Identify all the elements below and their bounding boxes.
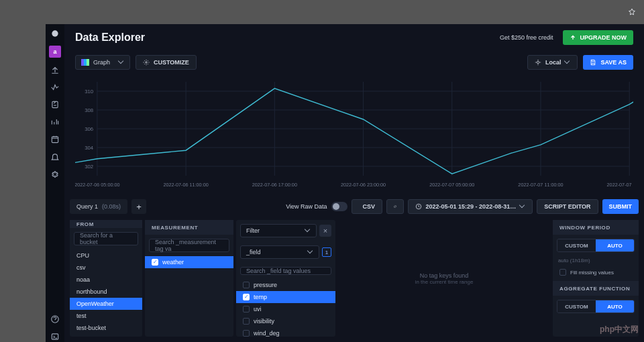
refresh-button[interactable] bbox=[386, 199, 404, 214]
csv-button[interactable]: CSV bbox=[352, 199, 382, 214]
panel-filter: Filter × _field 1 Search _field tag valu… bbox=[236, 220, 335, 337]
window-period-title: WINDOW PERIOD bbox=[553, 220, 639, 235]
remove-filter-button[interactable]: × bbox=[319, 225, 331, 237]
credit-text: Get $250 free credit bbox=[500, 34, 553, 41]
list-item-label: weather bbox=[162, 259, 184, 266]
list-item[interactable]: pressure bbox=[236, 279, 335, 291]
chevron-down-icon bbox=[520, 204, 525, 209]
list-item-label: temp bbox=[254, 294, 267, 300]
svg-text:2022-07-06 23:00:00: 2022-07-06 23:00:00 bbox=[341, 182, 386, 188]
list-item[interactable]: wind_deg bbox=[236, 327, 335, 339]
list-item[interactable]: weather bbox=[145, 256, 233, 268]
upload-icon[interactable] bbox=[50, 64, 60, 75]
save-as-button[interactable]: SAVE AS bbox=[583, 55, 633, 70]
checkbox-icon bbox=[243, 282, 250, 288]
svg-rect-4 bbox=[52, 334, 58, 339]
list-item-label: noaa bbox=[76, 276, 90, 283]
submit-button[interactable]: SUBMIT bbox=[602, 199, 639, 214]
help-icon[interactable] bbox=[50, 314, 60, 325]
window-auto-hint: auto (1h18m) bbox=[558, 258, 633, 264]
list-item[interactable]: temp bbox=[236, 291, 335, 303]
page-title: Data Explorer bbox=[75, 32, 145, 44]
topbar: Data Explorer Get $250 free credit UPGRA… bbox=[64, 24, 644, 51]
add-query-button[interactable]: + bbox=[131, 199, 146, 214]
list-item-label: wind_deg bbox=[254, 330, 280, 337]
query-tab[interactable]: Query 1 (0.08s) bbox=[70, 199, 127, 214]
dashboard-icon[interactable] bbox=[50, 117, 60, 127]
panel-from-title: FROM bbox=[70, 220, 142, 228]
explore-icon[interactable] bbox=[50, 82, 60, 93]
tags-empty-subtext: in the current time range bbox=[415, 279, 474, 285]
svg-point-5 bbox=[146, 62, 148, 64]
list-item-label: test-bucket bbox=[76, 325, 106, 331]
checkbox-icon bbox=[152, 259, 158, 266]
svg-text:2022-07-07 05:00:00: 2022-07-07 05:00:00 bbox=[429, 182, 474, 188]
viz-toolbar: Graph CUSTOMIZE Local SAVE AS bbox=[64, 51, 644, 74]
svg-text:2022-07-06 17:00:00: 2022-07-06 17:00:00 bbox=[252, 182, 297, 188]
list-item-label: csv bbox=[76, 264, 86, 271]
tasks-icon[interactable] bbox=[50, 134, 60, 145]
list-item[interactable]: northbound bbox=[70, 286, 142, 298]
aggregate-auto[interactable]: AUTO bbox=[596, 300, 634, 312]
svg-point-6 bbox=[537, 61, 539, 63]
svg-text:310: 310 bbox=[85, 89, 94, 95]
visualization-select[interactable]: Graph bbox=[75, 55, 130, 70]
list-item-label: test bbox=[76, 312, 87, 319]
upgrade-button[interactable]: UPGRADE NOW bbox=[563, 30, 634, 45]
measurement-list: weather bbox=[145, 256, 233, 271]
filter-field-select[interactable]: _field bbox=[240, 245, 319, 259]
checkbox-icon bbox=[243, 294, 250, 300]
list-item[interactable]: test-bucket bbox=[70, 322, 142, 334]
svg-text:2022-07-06 05:00:00: 2022-07-06 05:00:00 bbox=[75, 182, 119, 188]
window-custom[interactable]: CUSTOM bbox=[557, 239, 596, 251]
list-item[interactable]: visibility bbox=[236, 315, 335, 327]
checkbox-icon bbox=[243, 318, 250, 325]
aggregate-custom[interactable]: CUSTOM bbox=[557, 300, 596, 312]
toggle-switch[interactable] bbox=[331, 202, 347, 211]
list-item[interactable]: test bbox=[70, 310, 142, 322]
query-bar: Query 1 (0.08s) + View Raw Data CSV 2022… bbox=[70, 197, 639, 216]
avatar[interactable]: a bbox=[49, 46, 61, 58]
list-item-label: OpenWeather bbox=[76, 300, 114, 307]
list-item[interactable]: uvi bbox=[236, 303, 335, 315]
alerts-icon[interactable] bbox=[50, 152, 60, 162]
settings-icon[interactable] bbox=[50, 169, 60, 180]
panel-measurement: MEASUREMENT Search _measurement tag va w… bbox=[145, 220, 233, 337]
terminal-icon[interactable] bbox=[50, 331, 60, 342]
window-auto[interactable]: AUTO bbox=[596, 239, 634, 251]
filter-type-select[interactable]: Filter bbox=[240, 224, 317, 237]
list-item[interactable]: CPU bbox=[70, 249, 142, 262]
notebook-icon[interactable] bbox=[50, 99, 60, 110]
list-item-label: uvi bbox=[254, 306, 262, 312]
aggregate-mode[interactable]: CUSTOM AUTO bbox=[557, 300, 635, 313]
filter-search[interactable]: Search _field tag values bbox=[240, 267, 331, 275]
side-rail: a bbox=[46, 24, 64, 342]
time-range-select[interactable]: 2022-05-01 15:29 - 2022-08-31… bbox=[408, 199, 533, 214]
chevron-down-icon bbox=[119, 60, 124, 65]
checkbox-icon bbox=[559, 269, 566, 276]
aggregate-title: AGGREGATE FUNCTION bbox=[553, 281, 639, 296]
tags-empty-text: No tag keys found bbox=[420, 272, 469, 279]
list-item[interactable]: OpenWeather bbox=[70, 298, 142, 310]
measurement-search[interactable]: Search _measurement tag va bbox=[149, 239, 229, 252]
customize-button[interactable]: CUSTOMIZE bbox=[136, 55, 197, 70]
script-editor-button[interactable]: SCRIPT EDITOR bbox=[537, 199, 598, 214]
view-raw-data-toggle[interactable]: View Raw Data bbox=[286, 202, 347, 211]
list-item[interactable]: csv bbox=[70, 262, 142, 274]
list-item-label: visibility bbox=[254, 318, 274, 325]
from-search[interactable]: Search for a bucket bbox=[74, 232, 138, 245]
chevron-down-icon bbox=[305, 228, 311, 233]
list-item[interactable]: noaa bbox=[70, 274, 142, 286]
pin-icon[interactable] bbox=[628, 7, 636, 15]
checkbox-icon bbox=[243, 306, 250, 312]
svg-rect-2 bbox=[52, 137, 58, 143]
fill-missing-values[interactable]: Fill missing values bbox=[559, 269, 632, 276]
chevron-down-icon bbox=[565, 60, 570, 65]
svg-point-0 bbox=[52, 30, 58, 36]
window-period-mode[interactable]: CUSTOM AUTO bbox=[557, 239, 635, 252]
logo-icon[interactable] bbox=[50, 28, 60, 39]
query-builder: FROM Search for a bucket CPUcsvnoaanorth… bbox=[64, 220, 644, 342]
list-item-label: pressure bbox=[254, 282, 277, 288]
svg-text:302: 302 bbox=[85, 164, 93, 170]
timezone-select[interactable]: Local bbox=[527, 55, 578, 70]
